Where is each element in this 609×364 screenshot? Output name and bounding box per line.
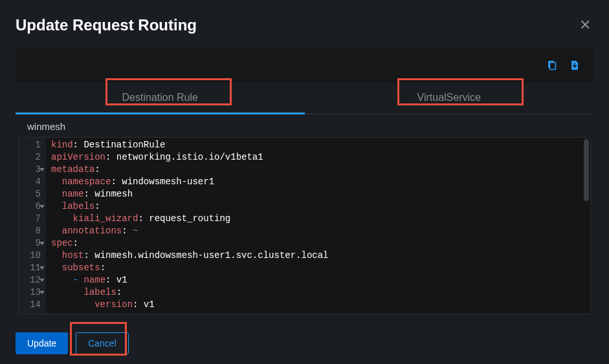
gutter-line: 5	[19, 188, 41, 200]
gutter-line: 3	[19, 164, 41, 176]
scrollbar-thumb[interactable]	[584, 139, 589, 201]
close-button[interactable]: ✕	[577, 16, 593, 35]
modal-header: Update Request Routing ✕	[16, 16, 593, 35]
code-line: host: winmesh.windowsmesh-user1.svc.clus…	[51, 250, 585, 262]
modal-title: Update Request Routing	[16, 16, 197, 34]
code-line: annotations: ~	[51, 225, 585, 237]
cancel-button[interactable]: Cancel	[76, 332, 129, 354]
tab-destination-rule[interactable]: Destination Rule	[16, 83, 305, 114]
toolbar	[16, 48, 593, 83]
gutter-line: 6	[19, 200, 41, 213]
close-icon: ✕	[579, 17, 591, 33]
code-line: spec:	[51, 237, 585, 250]
gutter-line: 13	[19, 286, 41, 299]
tabs: Destination Rule VirtualService	[16, 83, 593, 114]
gutter-line: 12	[19, 274, 41, 286]
tab-label: VirtualService	[417, 92, 481, 103]
gutter-line: 11	[19, 262, 41, 274]
code-line: version: v1	[51, 299, 585, 311]
gutter-line: 8	[19, 225, 41, 237]
modal-footer: Update Cancel	[16, 314, 593, 354]
modal-container: Update Request Routing ✕ Destination Rul…	[0, 0, 609, 364]
editor-gutter: 1234567891011121314	[19, 138, 46, 314]
code-line: subsets:	[51, 262, 585, 274]
gutter-line: 1	[19, 139, 41, 151]
code-line: apiVersion: networking.istio.io/v1beta1	[51, 151, 585, 164]
gutter-line: 2	[19, 151, 41, 164]
tab-label: Destination Rule	[122, 92, 198, 103]
gutter-line: 7	[19, 213, 41, 225]
gutter-line: 14	[19, 299, 41, 311]
code-line: kiali_wizard: request_routing	[51, 213, 585, 225]
update-button[interactable]: Update	[16, 332, 68, 354]
code-line: labels:	[51, 200, 585, 213]
code-line: - name: v1	[51, 274, 585, 286]
code-line: labels:	[51, 286, 585, 299]
download-icon[interactable]	[569, 59, 581, 71]
svg-rect-1	[550, 63, 556, 70]
code-line: namespace: windowsmesh-user1	[51, 176, 585, 188]
code-line: metadata:	[51, 164, 585, 176]
tab-virtual-service[interactable]: VirtualService	[305, 83, 594, 114]
resource-name: winmesh	[16, 114, 593, 137]
code-line: name: winmesh	[51, 188, 585, 200]
gutter-line: 9	[19, 237, 41, 250]
gutter-line: 4	[19, 176, 41, 188]
gutter-line: 10	[19, 250, 41, 262]
editor-code[interactable]: kind: DestinationRuleapiVersion: network…	[46, 138, 590, 314]
code-line: kind: DestinationRule	[51, 139, 585, 151]
copy-icon[interactable]	[546, 59, 557, 71]
yaml-editor[interactable]: 1234567891011121314 kind: DestinationRul…	[18, 137, 591, 314]
